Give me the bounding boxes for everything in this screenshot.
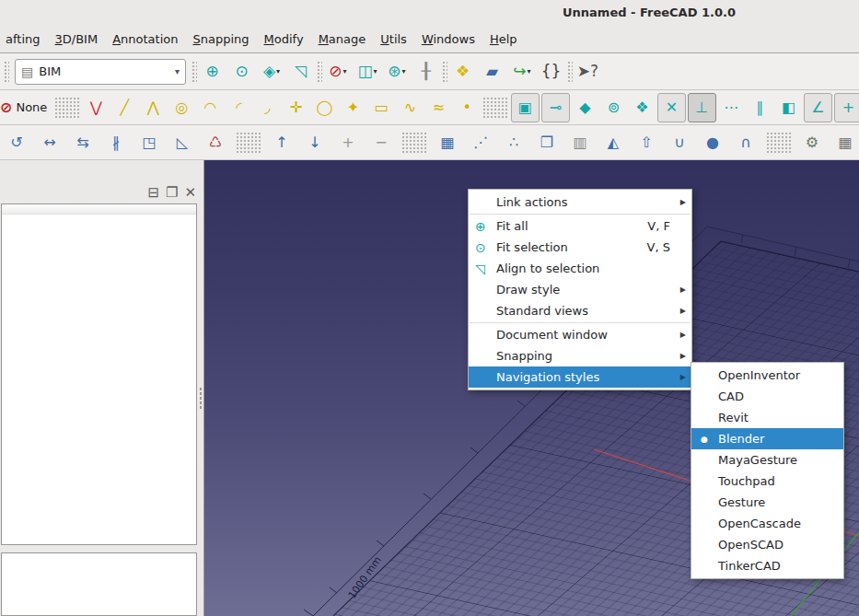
toolbar-handle[interactable]: [482, 97, 509, 119]
boolean-intersect-icon[interactable]: ∩: [733, 130, 760, 156]
snap-intersection-icon[interactable]: ✕: [657, 93, 686, 122]
context-menu-item-snapping[interactable]: Snapping▶: [469, 345, 691, 366]
toolbar-handle[interactable]: [192, 61, 197, 83]
nav-style-option-cad[interactable]: CAD: [691, 386, 843, 407]
upgrade-icon[interactable]: ↑: [269, 130, 296, 156]
context-menu-item-align-to-selection[interactable]: ◹Align to selection: [469, 258, 691, 279]
export-icon[interactable]: ↪▾: [508, 59, 536, 85]
add-point-icon[interactable]: +: [335, 130, 362, 156]
menu-drafting[interactable]: afting: [0, 32, 49, 46]
fit-all-icon[interactable]: ⊕: [199, 59, 226, 85]
clipping-plane-icon[interactable]: ⊘▾: [324, 59, 352, 85]
path-array-icon[interactable]: ⋰: [468, 130, 494, 156]
draft-circle-icon[interactable]: ◎: [168, 95, 195, 121]
zoom-selection-icon[interactable]: ⊙: [228, 59, 256, 85]
draft-scale-icon[interactable]: ◳: [136, 130, 163, 156]
macro-icon[interactable]: {}: [538, 59, 565, 85]
menu-utils[interactable]: Utils: [372, 32, 415, 46]
menu-windows[interactable]: Windows: [413, 32, 483, 46]
context-menu-item-standard-views[interactable]: Standard views▶: [469, 300, 691, 321]
snap-near-icon[interactable]: +: [834, 93, 859, 122]
draft-upgrade-downgrade-icon[interactable]: ♺: [203, 130, 229, 156]
utility-tools-icon[interactable]: ⚙: [799, 130, 826, 156]
draft-line-icon[interactable]: ╱: [111, 95, 138, 121]
draft-join-icon[interactable]: ⇆: [70, 130, 97, 156]
dock-splitter-handle[interactable]: [199, 387, 203, 409]
toolbar-handle[interactable]: [567, 61, 573, 83]
menu-3dbim[interactable]: 3D/BIM: [47, 32, 107, 46]
context-menu-item-link-actions[interactable]: Link actions▶: [469, 192, 691, 213]
isometric-view-icon[interactable]: ◈▾: [258, 59, 285, 85]
array-icon[interactable]: ▦: [435, 130, 461, 156]
context-menu-item-fit-selection[interactable]: ⊙Fit selectionV, S: [469, 237, 691, 258]
draft-trimex-icon[interactable]: ◺: [169, 130, 196, 156]
whats-this-icon[interactable]: ➤?: [575, 59, 602, 85]
dock-close-icon[interactable]: ✕: [184, 184, 196, 201]
draft-wire-icon[interactable]: ⋀: [140, 95, 167, 121]
draft-polygon-icon[interactable]: ✦: [340, 95, 366, 121]
toolbar-handle[interactable]: [54, 97, 81, 119]
draft-ellipse-icon[interactable]: ◯: [311, 95, 338, 121]
nav-style-option-revit[interactable]: Revit: [691, 407, 843, 428]
measure-icon[interactable]: ╂: [412, 59, 440, 85]
grid-toggle-icon[interactable]: ▦: [832, 130, 859, 156]
section-cube-icon[interactable]: ◫▾: [354, 59, 381, 85]
draft-axes-icon[interactable]: ✛: [283, 95, 309, 121]
toolbar-handle[interactable]: [236, 132, 262, 154]
draft-polyline-red-icon[interactable]: ⋁: [83, 95, 110, 121]
toolbar-handle[interactable]: [442, 61, 447, 83]
snap-lock-icon[interactable]: ▣: [511, 93, 540, 122]
toolbar-handle[interactable]: [4, 61, 9, 83]
snap-angle-icon[interactable]: ∠: [804, 93, 832, 122]
snap-extension-icon[interactable]: ⋯: [718, 95, 745, 121]
menu-manage[interactable]: Manage: [310, 32, 375, 46]
nav-style-option-openinventor[interactable]: OpenInventor: [691, 365, 843, 386]
menu-annotation[interactable]: Annotation: [104, 32, 186, 46]
zoom-tools-icon[interactable]: ⊛▾: [383, 59, 411, 85]
clone-icon[interactable]: ❐: [534, 130, 561, 156]
point-array-icon[interactable]: ∴: [501, 130, 528, 156]
draft-rectangle-icon[interactable]: ▭: [368, 95, 395, 121]
remove-point-icon[interactable]: −: [368, 130, 395, 156]
dock-float-icon[interactable]: ❐: [166, 184, 178, 201]
context-menu-item-fit-all[interactable]: ⊕Fit allV, F: [469, 215, 691, 237]
context-menu-item-draw-style[interactable]: Draw style▶: [469, 279, 691, 300]
nav-style-option-gesture[interactable]: Gesture: [691, 492, 843, 513]
nav-style-option-touchpad[interactable]: Touchpad: [691, 471, 843, 492]
mirror-icon[interactable]: ◭: [600, 130, 627, 156]
snap-center-icon[interactable]: ⊚: [600, 95, 627, 121]
boolean-union-icon[interactable]: ∪: [667, 130, 693, 156]
snap-endpoint-icon[interactable]: ⊸: [541, 93, 570, 122]
snap-working-plane-icon[interactable]: ◧: [775, 95, 802, 121]
downgrade-icon[interactable]: ↓: [302, 130, 329, 156]
open-folder-icon[interactable]: ▰: [479, 59, 506, 85]
snap-parallel-icon[interactable]: ∥: [747, 95, 773, 121]
bottom-panel[interactable]: [1, 552, 197, 616]
menu-modify[interactable]: Modify: [256, 32, 312, 46]
snap-perpendicular-icon[interactable]: ⊥: [688, 93, 716, 122]
context-menu-item-navigation-styles[interactable]: Navigation styles▶: [469, 366, 691, 388]
nav-style-option-tinkercad[interactable]: TinkerCAD: [691, 555, 843, 576]
snap-quad-icon[interactable]: ❖: [629, 95, 656, 121]
menu-snapping[interactable]: Snapping: [184, 32, 257, 46]
toolbar-handle[interactable]: [766, 132, 793, 154]
workbench-selector[interactable]: ▤ BIM ▾: [15, 59, 186, 85]
draft-to-sketch-icon[interactable]: ▥: [567, 130, 594, 156]
part-icon[interactable]: ❖: [449, 59, 477, 85]
model-tree-panel[interactable]: [1, 203, 197, 545]
draft-arc-icon[interactable]: ◠: [197, 95, 224, 121]
boolean-fuse-icon[interactable]: ●: [700, 130, 726, 156]
draft-rotate-icon[interactable]: ↺: [4, 130, 30, 156]
draft-offset-icon[interactable]: ↔: [37, 130, 64, 156]
nav-style-option-blender[interactable]: ●Blender: [691, 428, 843, 449]
draft-bspline-icon[interactable]: ∿: [397, 95, 424, 121]
snap-status[interactable]: ⊘ None: [4, 99, 52, 116]
draft-split-icon[interactable]: ∦: [103, 130, 130, 156]
snap-midpoint-icon[interactable]: ◆: [572, 95, 598, 121]
nav-style-option-opencascade[interactable]: OpenCascade: [691, 513, 843, 534]
toolbar-handle[interactable]: [401, 132, 428, 154]
context-menu-item-document-window[interactable]: Document window▶: [469, 324, 691, 345]
menu-help[interactable]: Help: [482, 32, 526, 46]
align-view-to-selection-icon[interactable]: ◹: [287, 59, 315, 85]
nav-style-option-mayagesture[interactable]: MayaGesture: [691, 449, 843, 471]
